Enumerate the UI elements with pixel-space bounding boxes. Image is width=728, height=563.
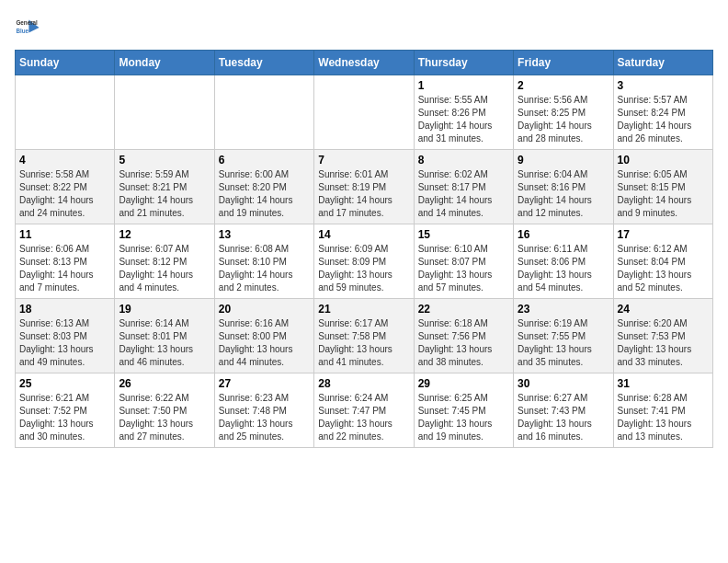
day-number: 28 [318,377,409,390]
day-number: 31 [618,377,709,390]
day-info: Sunrise: 6:21 AM Sunset: 7:52 PM Dayligh… [19,392,110,443]
day-number: 1 [418,79,509,92]
day-number: 4 [19,154,110,167]
day-cell: 16Sunrise: 6:11 AM Sunset: 8:06 PM Dayli… [514,224,613,299]
day-info: Sunrise: 6:12 AM Sunset: 8:04 PM Dayligh… [618,243,709,294]
day-cell: 7Sunrise: 6:01 AM Sunset: 8:19 PM Daylig… [314,150,414,224]
day-info: Sunrise: 6:17 AM Sunset: 7:58 PM Dayligh… [318,317,409,369]
calendar-table: SundayMondayTuesdayWednesdayThursdayFrid… [15,50,713,448]
day-cell: 21Sunrise: 6:17 AM Sunset: 7:58 PM Dayli… [314,299,414,373]
day-number: 27 [219,377,310,390]
day-cell: 6Sunrise: 6:00 AM Sunset: 8:20 PM Daylig… [214,150,313,224]
day-cell: 5Sunrise: 5:59 AM Sunset: 8:21 PM Daylig… [115,150,214,224]
day-info: Sunrise: 6:01 AM Sunset: 8:19 PM Dayligh… [318,168,409,220]
day-number: 6 [219,154,310,167]
day-info: Sunrise: 6:04 AM Sunset: 8:16 PM Dayligh… [518,168,609,220]
day-cell: 12Sunrise: 6:07 AM Sunset: 8:12 PM Dayli… [115,224,214,299]
day-info: Sunrise: 5:58 AM Sunset: 8:22 PM Dayligh… [19,168,110,220]
day-number: 16 [518,228,609,241]
day-info: Sunrise: 6:14 AM Sunset: 8:01 PM Dayligh… [119,317,210,369]
day-cell: 26Sunrise: 6:22 AM Sunset: 7:50 PM Dayli… [115,373,214,448]
svg-text:General: General [16,19,38,26]
day-info: Sunrise: 6:11 AM Sunset: 8:06 PM Dayligh… [518,243,609,294]
day-cell: 4Sunrise: 5:58 AM Sunset: 8:22 PM Daylig… [16,150,115,224]
day-info: Sunrise: 6:19 AM Sunset: 7:55 PM Dayligh… [518,317,609,369]
day-cell: 11Sunrise: 6:06 AM Sunset: 8:13 PM Dayli… [16,224,115,299]
header-tuesday: Tuesday [214,51,313,75]
day-cell: 29Sunrise: 6:25 AM Sunset: 7:45 PM Dayli… [414,373,513,448]
day-info: Sunrise: 5:56 AM Sunset: 8:25 PM Dayligh… [518,94,609,145]
header-wednesday: Wednesday [314,51,414,75]
day-info: Sunrise: 6:25 AM Sunset: 7:45 PM Dayligh… [418,392,509,443]
day-cell: 22Sunrise: 6:18 AM Sunset: 7:56 PM Dayli… [414,299,513,373]
day-number: 10 [618,154,709,167]
day-cell: 23Sunrise: 6:19 AM Sunset: 7:55 PM Dayli… [514,299,613,373]
header: General Blue [15,15,713,40]
day-number: 12 [119,228,210,241]
day-cell [16,75,115,150]
day-cell: 24Sunrise: 6:20 AM Sunset: 7:53 PM Dayli… [613,299,712,373]
header-sunday: Sunday [16,51,115,75]
day-number: 3 [618,79,709,92]
day-number: 14 [318,228,409,241]
day-info: Sunrise: 6:24 AM Sunset: 7:47 PM Dayligh… [318,392,409,443]
header-thursday: Thursday [414,51,513,75]
day-number: 21 [318,303,409,316]
day-number: 11 [19,228,110,241]
day-number: 23 [518,303,609,316]
day-info: Sunrise: 6:22 AM Sunset: 7:50 PM Dayligh… [119,392,210,443]
week-row-1: 1Sunrise: 5:55 AM Sunset: 8:26 PM Daylig… [16,75,713,150]
week-row-5: 25Sunrise: 6:21 AM Sunset: 7:52 PM Dayli… [16,373,713,448]
day-number: 13 [219,228,310,241]
header-friday: Friday [514,51,613,75]
day-number: 25 [19,377,110,390]
header-monday: Monday [115,51,214,75]
day-cell: 14Sunrise: 6:09 AM Sunset: 8:09 PM Dayli… [314,224,414,299]
day-cell: 8Sunrise: 6:02 AM Sunset: 8:17 PM Daylig… [414,150,513,224]
day-cell: 9Sunrise: 6:04 AM Sunset: 8:16 PM Daylig… [514,150,613,224]
day-number: 15 [418,228,509,241]
day-cell: 2Sunrise: 5:56 AM Sunset: 8:25 PM Daylig… [514,75,613,150]
day-cell: 27Sunrise: 6:23 AM Sunset: 7:48 PM Dayli… [214,373,313,448]
day-number: 22 [418,303,509,316]
day-cell: 15Sunrise: 6:10 AM Sunset: 8:07 PM Dayli… [414,224,513,299]
day-info: Sunrise: 6:02 AM Sunset: 8:17 PM Dayligh… [418,168,509,220]
day-cell [115,75,214,150]
day-number: 7 [318,154,409,167]
day-info: Sunrise: 6:20 AM Sunset: 7:53 PM Dayligh… [618,317,709,369]
day-number: 20 [219,303,310,316]
day-number: 2 [518,79,609,92]
day-cell: 10Sunrise: 6:05 AM Sunset: 8:15 PM Dayli… [613,150,712,224]
day-info: Sunrise: 5:59 AM Sunset: 8:21 PM Dayligh… [119,168,210,220]
day-cell: 19Sunrise: 6:14 AM Sunset: 8:01 PM Dayli… [115,299,214,373]
header-saturday: Saturday [613,51,712,75]
day-info: Sunrise: 6:06 AM Sunset: 8:13 PM Dayligh… [19,243,110,294]
week-row-2: 4Sunrise: 5:58 AM Sunset: 8:22 PM Daylig… [16,150,713,224]
svg-text:Blue: Blue [16,28,28,34]
day-cell: 3Sunrise: 5:57 AM Sunset: 8:24 PM Daylig… [613,75,712,150]
day-info: Sunrise: 6:09 AM Sunset: 8:09 PM Dayligh… [318,243,409,294]
day-info: Sunrise: 6:16 AM Sunset: 8:00 PM Dayligh… [219,317,310,369]
logo-icon: General Blue [15,15,40,40]
day-number: 5 [119,154,210,167]
day-cell: 30Sunrise: 6:27 AM Sunset: 7:43 PM Dayli… [514,373,613,448]
day-number: 8 [418,154,509,167]
day-cell: 1Sunrise: 5:55 AM Sunset: 8:26 PM Daylig… [414,75,513,150]
day-cell [214,75,313,150]
day-number: 26 [119,377,210,390]
day-info: Sunrise: 6:07 AM Sunset: 8:12 PM Dayligh… [119,243,210,294]
day-info: Sunrise: 5:57 AM Sunset: 8:24 PM Dayligh… [618,94,709,145]
day-number: 9 [518,154,609,167]
day-info: Sunrise: 6:18 AM Sunset: 7:56 PM Dayligh… [418,317,509,369]
day-cell: 25Sunrise: 6:21 AM Sunset: 7:52 PM Dayli… [16,373,115,448]
day-number: 18 [19,303,110,316]
day-info: Sunrise: 6:10 AM Sunset: 8:07 PM Dayligh… [418,243,509,294]
logo: General Blue [15,15,40,40]
day-cell: 18Sunrise: 6:13 AM Sunset: 8:03 PM Dayli… [16,299,115,373]
day-info: Sunrise: 6:08 AM Sunset: 8:10 PM Dayligh… [219,243,310,294]
day-info: Sunrise: 6:00 AM Sunset: 8:20 PM Dayligh… [219,168,310,220]
day-info: Sunrise: 6:28 AM Sunset: 7:41 PM Dayligh… [618,392,709,443]
day-info: Sunrise: 5:55 AM Sunset: 8:26 PM Dayligh… [418,94,509,145]
day-info: Sunrise: 6:27 AM Sunset: 7:43 PM Dayligh… [518,392,609,443]
day-info: Sunrise: 6:05 AM Sunset: 8:15 PM Dayligh… [618,168,709,220]
